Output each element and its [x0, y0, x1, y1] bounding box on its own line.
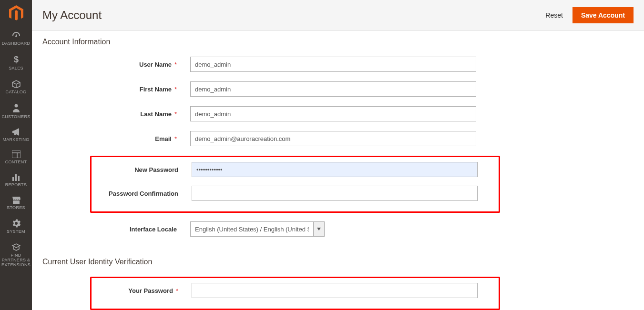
dollar-icon: $	[13, 55, 20, 64]
nav-customers[interactable]: CUSTOMERS	[0, 99, 32, 123]
nav-label: CONTENT	[5, 160, 27, 165]
verification-title: Current User Identity Verification	[42, 258, 634, 266]
label-interface-locale: Interface Locale	[42, 226, 190, 233]
magento-logo[interactable]	[0, 0, 32, 26]
row-lastname: Last Name*	[42, 106, 634, 121]
password-highlight-box: New Password Password Confirmation	[90, 156, 500, 213]
label-lastname: Last Name*	[42, 110, 190, 118]
svg-point-1	[14, 104, 18, 107]
catalog-icon	[11, 80, 21, 88]
store-icon	[11, 196, 21, 204]
required-star: *	[174, 86, 177, 93]
nav-label: STORES	[7, 206, 25, 210]
firstname-input[interactable]	[190, 81, 476, 97]
lastname-input[interactable]	[190, 106, 476, 121]
required-star: *	[174, 61, 177, 68]
nav-sales[interactable]: $ SALES	[0, 50, 32, 75]
page-actions: Reset Save Account	[541, 7, 634, 23]
nav-label: SYSTEM	[7, 230, 25, 234]
row-new-password: New Password	[96, 162, 494, 177]
label-email: Email*	[42, 135, 190, 142]
password-confirmation-input[interactable]	[192, 186, 478, 201]
layout-icon	[12, 150, 20, 158]
account-info-title: Account Information	[42, 38, 634, 46]
main-area: My Account Reset Save Account Account In…	[32, 0, 644, 310]
nav-label: REPORTS	[5, 183, 27, 188]
svg-rect-5	[12, 177, 14, 181]
nav-label: SALES	[9, 66, 23, 71]
megaphone-icon	[11, 128, 21, 136]
label-username: User Name*	[42, 61, 190, 68]
partners-icon	[11, 243, 21, 251]
nav-reports[interactable]: REPORTS	[0, 169, 32, 191]
dashboard-icon	[11, 31, 21, 40]
nav-label: FIND PARTNERS & EXTENSIONS	[1, 253, 31, 268]
row-password-confirmation: Password Confirmation	[96, 186, 494, 201]
nav-label: CATALOG	[6, 90, 27, 95]
nav-label: CUSTOMERS	[1, 115, 30, 120]
verification-highlight-box: Your Password*	[90, 277, 500, 310]
required-star: *	[174, 110, 177, 118]
svg-rect-7	[18, 176, 20, 181]
svg-rect-6	[15, 174, 17, 181]
interface-locale-value[interactable]	[190, 221, 313, 237]
nav-marketing[interactable]: MARKETING	[0, 123, 32, 146]
row-firstname: First Name*	[42, 81, 634, 97]
nav-catalog[interactable]: CATALOG	[0, 75, 32, 99]
page-header: My Account Reset Save Account	[32, 0, 644, 31]
save-account-button[interactable]: Save Account	[572, 7, 634, 23]
nav-label: MARKETING	[2, 138, 29, 142]
required-star: *	[174, 135, 177, 142]
new-password-input[interactable]	[192, 162, 478, 177]
reset-button[interactable]: Reset	[541, 8, 568, 23]
magento-logo-icon	[9, 5, 23, 21]
label-firstname: First Name*	[42, 86, 190, 93]
nav-label: DASHBOARD	[2, 41, 31, 46]
label-new-password: New Password	[96, 166, 192, 173]
person-icon	[12, 103, 20, 113]
row-interface-locale: Interface Locale	[42, 221, 634, 237]
row-email: Email*	[42, 131, 634, 146]
nav-stores[interactable]: STORES	[0, 191, 32, 214]
email-input[interactable]	[190, 131, 476, 146]
label-password-confirmation: Password Confirmation	[96, 190, 192, 197]
svg-text:$: $	[13, 55, 18, 64]
svg-rect-2	[12, 150, 20, 158]
nav-dashboard[interactable]: DASHBOARD	[0, 26, 32, 50]
required-star: *	[176, 287, 178, 294]
bar-chart-icon	[12, 173, 20, 181]
gear-icon	[12, 219, 20, 228]
nav-content[interactable]: CONTENT	[0, 146, 32, 169]
locale-dropdown-button[interactable]	[313, 221, 325, 237]
nav-system[interactable]: SYSTEM	[0, 214, 32, 238]
interface-locale-select[interactable]	[190, 221, 325, 237]
caret-down-icon	[317, 228, 321, 230]
admin-sidebar: DASHBOARD $ SALES CATALOG CUSTOMERS MARK…	[0, 0, 32, 310]
label-your-password: Your Password*	[96, 287, 192, 294]
row-your-password: Your Password*	[96, 283, 494, 298]
row-username: User Name*	[42, 57, 634, 72]
nav-find-partners[interactable]: FIND PARTNERS & EXTENSIONS	[0, 238, 32, 271]
content: Account Information User Name* First Nam…	[32, 31, 644, 310]
page-title: My Account	[42, 9, 102, 22]
username-input[interactable]	[190, 57, 476, 72]
your-password-input[interactable]	[192, 283, 478, 298]
